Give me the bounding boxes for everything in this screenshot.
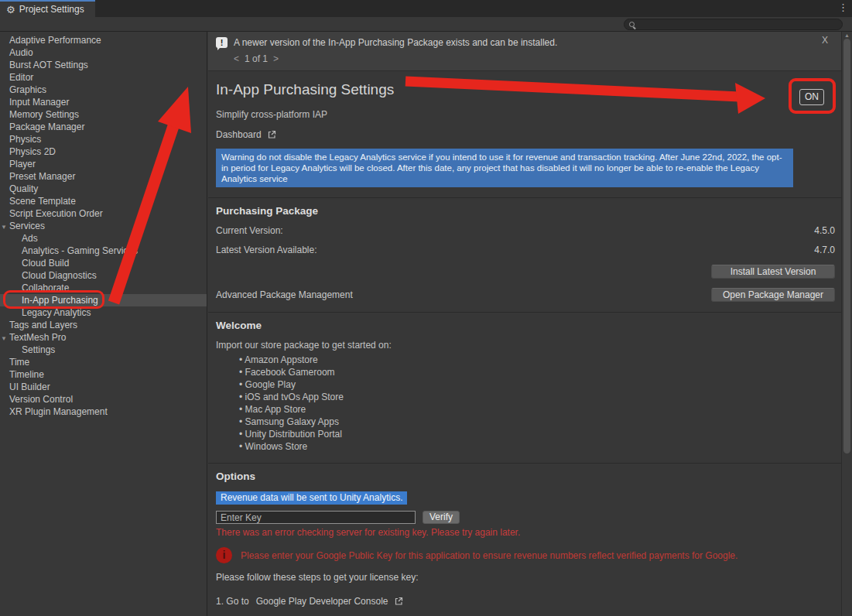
sidebar-item-editor[interactable]: Editor [0,71,207,84]
iap-on-toggle-button[interactable]: ON [799,89,824,105]
store-list-item: Unity Distribution Portal [239,428,835,440]
google-play-console-link[interactable]: Google Play Developer Console [256,596,388,607]
tab-bar: ⚙ Project Settings ⋮ [0,0,852,17]
sidebar-item-textmesh-settings[interactable]: Settings [0,344,207,356]
welcome-heading: Welcome [216,320,835,331]
sidebar-item-player[interactable]: Player [0,158,207,170]
pager-prev-button[interactable]: < [234,53,239,64]
section-divider [208,312,841,313]
sidebar-item-cloud-build[interactable]: Cloud Build [0,257,207,269]
sidebar-item-label: TextMesh Pro [9,332,66,343]
external-link-icon [394,597,403,606]
legacy-analytics-warning: Warning do not disable the Legacy Analyt… [216,149,793,187]
page-title: In-App Purchasing Settings [216,81,835,98]
current-version-value: 4.5.0 [814,225,835,236]
store-list-item: Facebook Gameroom [239,366,835,378]
sidebar-item-collaborate[interactable]: Collaborate [0,282,207,294]
external-link-icon [267,130,276,139]
store-list: Amazon Appstore Facebook Gameroom Google… [239,354,835,453]
step-1: 1. Go to Google Play Developer Console [216,596,835,607]
sidebar-item-package-manager[interactable]: Package Manager [0,121,207,133]
verify-button[interactable]: Verify [423,511,460,524]
sidebar-item-physics-2d[interactable]: Physics 2D [0,145,207,158]
store-list-item: Windows Store [239,440,835,453]
sidebar-item-memory-settings[interactable]: Memory Settings [0,108,207,121]
welcome-intro: Import our store package to get started … [216,340,835,351]
sidebar-item-textmesh-pro[interactable]: ▼ TextMesh Pro [0,331,207,344]
dashboard-link[interactable]: Dashboard [216,129,835,140]
sidebar-item-time[interactable]: Time [0,356,207,368]
tab-project-settings[interactable]: ⚙ Project Settings [0,0,95,17]
sidebar-item-label: Services [9,221,45,231]
sidebar-item-graphics[interactable]: Graphics [0,84,207,96]
google-key-warning: Please enter your Google Public Key for … [241,550,737,561]
revenue-note-badge: Revenue data will be sent to Unity Analy… [216,491,407,505]
server-error-text: There was an error checking server for e… [216,527,835,538]
sidebar-item-analytics-gaming-services[interactable]: Analytics - Gaming Services [0,245,207,257]
settings-content: In-App Purchasing Settings Simplify cros… [208,71,841,616]
store-list-item: Samsung Galaxy Apps [239,416,835,428]
project-settings-window: ⚙ Project Settings ⋮ Adaptive Performanc… [0,0,852,616]
sidebar-item-input-manager[interactable]: Input Manager [0,96,207,108]
main-panel: ! A newer version of the In-App Purchasi… [208,32,841,616]
search-input[interactable] [635,20,837,29]
vertical-scrollbar: ▲ [841,32,852,616]
info-icon: i [216,547,232,563]
tab-title: Project Settings [19,4,84,15]
sidebar-item-scene-template[interactable]: Scene Template [0,195,207,207]
sidebar-item-quality[interactable]: Quality [0,183,207,195]
options-heading: Options [216,471,835,482]
sidebar-item-xr-plugin-management[interactable]: XR Plugin Management [0,406,207,418]
sidebar-item-ui-builder[interactable]: UI Builder [0,381,207,393]
sidebar-item-physics[interactable]: Physics [0,133,207,145]
sidebar-item-in-app-purchasing[interactable]: In-App Purchasing [0,294,207,306]
google-public-key-input[interactable] [216,511,416,524]
page-subtitle: Simplify cross-platform IAP [216,109,835,120]
latest-version-label: Latest Version Available: [216,245,317,255]
sidebar-item-ads[interactable]: Ads [0,232,207,245]
sidebar-item-legacy-analytics[interactable]: Legacy Analytics [0,306,207,319]
toolbar [0,17,852,32]
install-latest-version-button[interactable]: Install Latest Version [711,265,835,279]
steps-intro: Please follow these steps to get your li… [216,572,835,583]
current-version-label: Current Version: [216,225,283,236]
kebab-menu-icon[interactable]: ⋮ [838,2,848,14]
step-1-prefix: 1. Go to [216,596,249,607]
scrollbar-thumb[interactable] [843,39,850,453]
sidebar-item-adaptive-performance[interactable]: Adaptive Performance [0,34,207,46]
section-divider [208,463,841,464]
banner-pager: < 1 of 1 > [234,53,833,64]
latest-version-value: 4.7.0 [814,245,835,255]
sidebar-item-timeline[interactable]: Timeline [0,368,207,381]
banner-message: A newer version of the In-App Purchasing… [234,37,557,48]
sidebar-item-tags-and-layers[interactable]: Tags and Layers [0,319,207,331]
store-list-item: Mac App Store [239,403,835,416]
purchasing-package-heading: Purchasing Package [216,205,835,217]
sidebar-item-cloud-diagnostics[interactable]: Cloud Diagnostics [0,269,207,282]
close-icon[interactable]: X [822,35,828,46]
store-list-item: iOS and tvOs App Store [239,391,835,403]
store-list-item: Amazon Appstore [239,354,835,366]
pager-label: 1 of 1 [245,53,268,64]
sidebar-item-services[interactable]: ▼ Services [0,220,207,232]
scroll-up-arrow-icon[interactable]: ▲ [844,33,850,38]
search-icon [629,22,635,27]
dashboard-label: Dashboard [216,129,262,140]
sidebar-item-burst-aot-settings[interactable]: Burst AOT Settings [0,59,207,71]
sidebar-item-preset-manager[interactable]: Preset Manager [0,170,207,183]
search-box[interactable] [624,19,843,30]
section-divider [208,197,841,198]
sidebar-item-version-control[interactable]: Version Control [0,393,207,406]
update-notification-banner: ! A newer version of the In-App Purchasi… [208,32,841,71]
settings-sidebar: Adaptive Performance Audio Burst AOT Set… [0,32,207,616]
alert-bubble-icon: ! [216,37,228,48]
pager-next-button[interactable]: > [273,53,279,64]
sidebar-item-script-execution-order[interactable]: Script Execution Order [0,207,207,220]
sidebar-item-audio[interactable]: Audio [0,46,207,59]
gear-icon: ⚙ [6,5,15,15]
advanced-package-management-label: Advanced Package Management [216,289,353,300]
open-package-manager-button[interactable]: Open Package Manager [711,288,835,302]
store-list-item: Google Play [239,378,835,391]
